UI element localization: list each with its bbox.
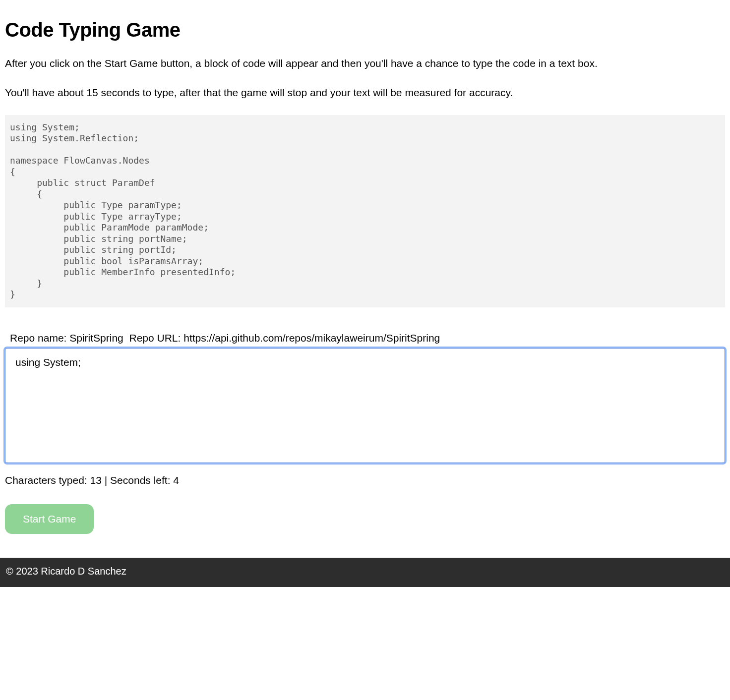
repo-url-label: Repo URL: xyxy=(129,332,181,344)
code-sample: using System; using System.Reflection; n… xyxy=(5,115,725,307)
footer: © 2023 Ricardo D Sanchez xyxy=(0,558,730,587)
chars-typed-value: 13 xyxy=(90,474,102,486)
status-separator: | xyxy=(105,474,107,486)
repo-name-label: Repo name: xyxy=(10,332,66,344)
chars-typed-label: Characters typed: xyxy=(5,474,87,486)
status-line: Characters typed: 13 | Seconds left: 4 xyxy=(5,474,725,486)
seconds-left-value: 4 xyxy=(173,474,179,486)
instruction-line-2: You'll have about 15 seconds to type, af… xyxy=(5,85,725,100)
repo-name-value: SpiritSpring xyxy=(69,332,123,344)
page-title: Code Typing Game xyxy=(5,19,725,41)
typing-input[interactable] xyxy=(5,348,725,463)
seconds-left-label: Seconds left: xyxy=(110,474,170,486)
repo-info: Repo name: SpiritSpring Repo URL: https:… xyxy=(10,332,725,344)
start-game-button[interactable]: Start Game xyxy=(5,504,94,534)
copyright-text: © 2023 Ricardo D Sanchez xyxy=(6,566,126,577)
instruction-line-1: After you click on the Start Game button… xyxy=(5,56,725,70)
repo-url-value: https://api.github.com/repos/mikaylaweir… xyxy=(183,332,440,344)
